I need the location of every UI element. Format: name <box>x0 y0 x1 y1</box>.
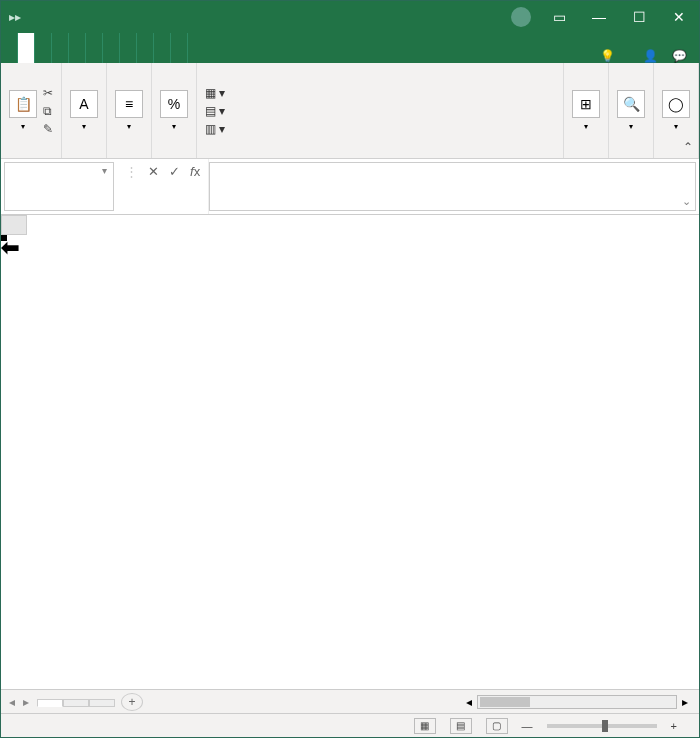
alignment-icon: ≡ <box>115 90 143 118</box>
formula-input[interactable]: ⌄ <box>209 162 696 211</box>
editing-icon: 🔍 <box>617 90 645 118</box>
tab-page-layout[interactable] <box>52 33 69 63</box>
clipboard-group-label <box>9 154 53 156</box>
group-cells: ⊞▾ <box>564 63 609 158</box>
tab-insert[interactable] <box>35 33 52 63</box>
tab-design[interactable] <box>171 33 188 63</box>
ribbon-content: 📋 ▾ ✂ ⧉ ✎ A▾ ≡▾ %▾ <box>1 63 699 159</box>
chevron-down-icon: ▾ <box>21 122 25 131</box>
chevron-down-icon: ▾ <box>629 122 633 131</box>
arrow-annotation: ⬅ <box>1 235 19 261</box>
tab-help[interactable] <box>137 33 154 63</box>
ribbon-tab-strip: 💡 👤 💬 <box>1 33 699 63</box>
cells-button[interactable]: ⊞▾ <box>572 90 600 131</box>
worksheet-grid[interactable]: ⬅ <box>1 215 699 689</box>
scroll-track[interactable] <box>477 695 677 709</box>
cells-icon: ⊞ <box>572 90 600 118</box>
number-button[interactable]: %▾ <box>160 90 188 131</box>
select-all-corner[interactable] <box>1 215 27 235</box>
sheet-tab-bar: ◂ ▸ + ◂ ▸ <box>1 689 699 713</box>
tab-file[interactable] <box>1 33 18 63</box>
sheet-tab-sheet1[interactable] <box>89 699 115 707</box>
collapse-ribbon-icon[interactable]: ⌃ <box>683 140 693 154</box>
format-as-table-button[interactable]: ▤ ▾ <box>205 104 225 118</box>
scroll-left-icon[interactable]: ◂ <box>461 695 477 709</box>
maximize-button[interactable]: ☐ <box>619 1 659 33</box>
tab-formulas[interactable] <box>69 33 86 63</box>
cells-group-label <box>572 154 600 156</box>
comments-button[interactable]: 💬 <box>672 49 687 63</box>
add-sheet-button[interactable]: + <box>121 693 143 711</box>
status-bar: ▦ ▤ ▢ — + <box>1 713 699 737</box>
tell-me-search[interactable]: 💡 <box>590 49 631 63</box>
page-break-view-button[interactable]: ▢ <box>486 718 508 734</box>
paste-button[interactable]: 📋 ▾ <box>9 90 37 131</box>
horizontal-scrollbar[interactable]: ◂ ▸ <box>143 695 699 709</box>
sheet-nav-next-icon[interactable]: ▸ <box>23 695 29 709</box>
scroll-thumb[interactable] <box>480 697 530 707</box>
close-button[interactable]: ✕ <box>659 1 699 33</box>
qat-expand-icon[interactable]: ▸▸ <box>1 10 29 24</box>
tab-review[interactable] <box>103 33 120 63</box>
lightbulb-icon: 💡 <box>600 49 615 63</box>
normal-view-button[interactable]: ▦ <box>414 718 436 734</box>
font-button[interactable]: A▾ <box>70 90 98 131</box>
font-icon: A <box>70 90 98 118</box>
share-button[interactable]: 👤 <box>643 49 658 63</box>
zoom-knob[interactable] <box>602 720 608 732</box>
expand-formula-icon[interactable]: ⌄ <box>682 195 691 208</box>
circle-icon: ◯ <box>662 90 690 118</box>
chevron-down-icon: ▾ <box>82 122 86 131</box>
formula-bar: ▾ ⋮ ✕ ✓ fx ⌄ <box>1 159 699 215</box>
zoom-out-button[interactable]: — <box>522 720 533 732</box>
tab-view[interactable] <box>120 33 137 63</box>
editing-button[interactable]: 🔍▾ <box>617 90 645 131</box>
zoom-in-button[interactable]: + <box>671 720 677 732</box>
newgroup-group-label <box>662 154 690 156</box>
group-alignment: ≡▾ <box>107 63 152 158</box>
fx-icon[interactable]: fx <box>190 164 200 179</box>
group-editing: 🔍▾ <box>609 63 654 158</box>
group-styles: ▦ ▾ ▤ ▾ ▥ ▾ <box>197 63 564 158</box>
sheet-nav-prev-icon[interactable]: ◂ <box>9 695 15 709</box>
title-bar: ▸▸ ▭ — ☐ ✕ <box>1 1 699 33</box>
excel-window: ▸▸ ▭ — ☐ ✕ 💡 👤 💬 <box>0 0 700 738</box>
ribbon-display-button[interactable]: ▭ <box>539 1 579 33</box>
accept-formula-icon[interactable]: ✓ <box>169 164 180 179</box>
styles-group-label <box>205 154 555 156</box>
cell-styles-button[interactable]: ▥ ▾ <box>205 122 225 136</box>
editing-group-label <box>617 154 645 156</box>
number-icon: % <box>160 90 188 118</box>
alignment-group-label <box>115 154 143 156</box>
group-font: A▾ <box>62 63 107 158</box>
scroll-right-icon[interactable]: ▸ <box>677 695 693 709</box>
chevron-down-icon: ▾ <box>127 122 131 131</box>
user-account[interactable] <box>505 7 539 27</box>
number-group-label <box>160 154 188 156</box>
group-number: %▾ <box>152 63 197 158</box>
zoom-slider[interactable] <box>547 724 657 728</box>
cancel-formula-icon[interactable]: ✕ <box>148 164 159 179</box>
minimize-button[interactable]: — <box>579 1 619 33</box>
page-layout-view-button[interactable]: ▤ <box>450 718 472 734</box>
alignment-button[interactable]: ≡▾ <box>115 90 143 131</box>
sheet-tab-sheet6[interactable] <box>37 699 63 707</box>
chevron-down-icon: ▾ <box>172 122 176 131</box>
user-avatar <box>511 7 531 27</box>
chevron-down-icon[interactable]: ▾ <box>102 165 107 176</box>
new-group-button[interactable]: ◯▾ <box>662 90 690 131</box>
copy-icon[interactable]: ⧉ <box>43 104 53 118</box>
paste-icon: 📋 <box>9 90 37 118</box>
chevron-down-icon: ▾ <box>674 122 678 131</box>
font-group-label <box>70 154 98 156</box>
tab-data[interactable] <box>86 33 103 63</box>
divider-icon: ⋮ <box>125 164 138 179</box>
name-box[interactable]: ▾ <box>4 162 114 211</box>
format-painter-icon[interactable]: ✎ <box>43 122 53 136</box>
group-clipboard: 📋 ▾ ✂ ⧉ ✎ <box>1 63 62 158</box>
tab-pivottable-analyze[interactable] <box>154 33 171 63</box>
conditional-formatting-button[interactable]: ▦ ▾ <box>205 86 225 100</box>
sheet-tab-sheet2[interactable] <box>63 699 89 707</box>
cut-icon[interactable]: ✂ <box>43 86 53 100</box>
tab-home[interactable] <box>18 33 35 63</box>
